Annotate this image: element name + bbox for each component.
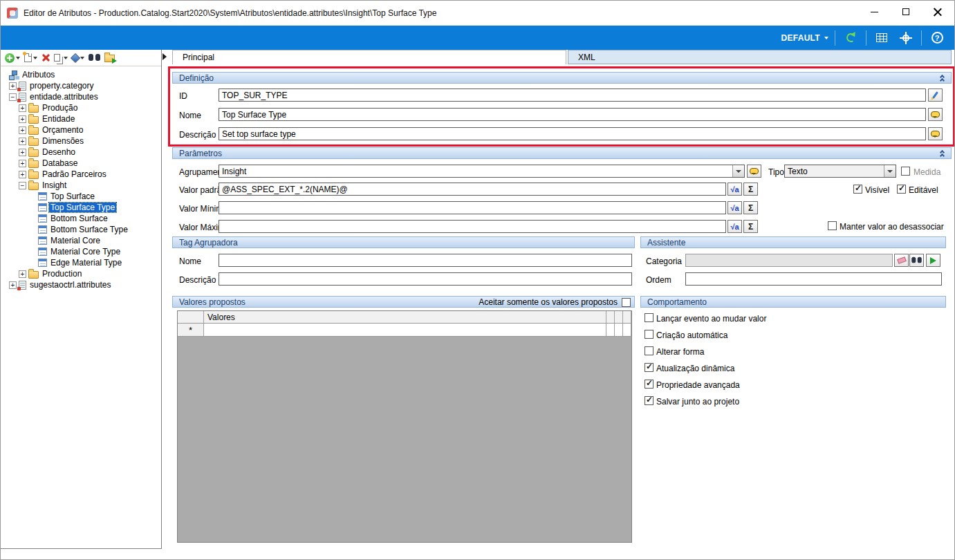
grid-column-extra[interactable] — [615, 311, 623, 324]
close-button[interactable] — [922, 1, 954, 22]
tree-item[interactable]: +Production — [1, 268, 161, 279]
tag-nome-input[interactable] — [219, 254, 632, 267]
tipo-combo[interactable]: Texto — [784, 165, 896, 178]
grid-cell[interactable] — [615, 324, 623, 337]
tree-expander[interactable]: + — [19, 115, 26, 123]
manter-valor-checkbox[interactable] — [828, 221, 837, 230]
collapse-section-icon[interactable] — [938, 73, 948, 83]
valor-padrao-sum-button[interactable]: Σ — [743, 183, 758, 196]
valor-minimo-formula-button[interactable]: √a — [727, 201, 742, 214]
tree-expander[interactable]: − — [19, 182, 26, 189]
settings-button[interactable] — [897, 29, 915, 47]
tree-expander[interactable]: + — [19, 160, 26, 167]
nome-translate-button[interactable] — [928, 108, 943, 121]
tree-item[interactable]: Top Surface — [1, 191, 161, 202]
tree-item[interactable]: Bottom Surface Type — [1, 224, 161, 235]
copy-button[interactable] — [54, 54, 68, 62]
grid-cell[interactable] — [623, 324, 631, 337]
medida-checkbox[interactable] — [901, 167, 910, 176]
refresh-button[interactable] — [842, 29, 860, 47]
alterar-forma-checkbox[interactable] — [645, 346, 653, 355]
profile-selector[interactable]: DEFAULT — [781, 33, 828, 43]
tree-item[interactable]: Material Core Type — [1, 246, 161, 257]
tree-expander[interactable]: + — [19, 270, 26, 278]
agrupamento-translate-button[interactable] — [747, 165, 761, 178]
tree-item[interactable]: Bottom Surface — [1, 213, 161, 224]
id-input[interactable] — [219, 88, 926, 102]
tree-item-label: Desenho — [41, 147, 77, 157]
propriedade-avancada-checkbox[interactable]: ✓ — [645, 380, 653, 389]
aceitar-checkbox[interactable] — [622, 298, 631, 307]
visivel-checkbox[interactable]: ✓ — [853, 185, 862, 194]
splitter-collapse-icon[interactable] — [163, 53, 167, 60]
valor-maximo-formula-button[interactable]: √a — [727, 220, 742, 233]
combo-arrow-button[interactable] — [732, 165, 744, 177]
categoria-clear-button[interactable] — [894, 254, 909, 267]
find-button[interactable] — [89, 54, 100, 62]
collapse-section-icon[interactable] — [938, 149, 948, 158]
tab-xml[interactable]: XML — [568, 50, 952, 64]
delete-button[interactable] — [41, 53, 50, 62]
grid-cell[interactable] — [204, 324, 606, 337]
help-button[interactable]: ? — [928, 29, 946, 47]
valor-maximo-input[interactable] — [219, 220, 726, 233]
new-item-button[interactable] — [24, 53, 37, 62]
tree-item[interactable]: −Insight — [1, 180, 161, 191]
tree-item[interactable]: +Dimensões — [1, 136, 161, 147]
valor-padrao-formula-button[interactable]: √a — [727, 183, 742, 196]
valor-maximo-sum-button[interactable]: Σ — [743, 220, 758, 233]
tree-item[interactable]: +Database — [1, 158, 161, 169]
agrupamento-combo[interactable]: Insight — [219, 165, 745, 178]
grid-new-row[interactable]: * — [178, 324, 631, 337]
tree-item[interactable]: +Produção — [1, 102, 161, 113]
tree-expander[interactable]: + — [19, 149, 26, 156]
grid-column-valores[interactable]: Valores — [204, 311, 606, 324]
salvar-projeto-checkbox[interactable]: ✓ — [645, 396, 653, 405]
tree-expander[interactable]: − — [9, 93, 17, 101]
combo-arrow-button[interactable] — [884, 165, 896, 177]
tree-item[interactable]: +Entidade — [1, 113, 161, 124]
valor-minimo-input[interactable] — [219, 201, 726, 214]
editavel-checkbox[interactable]: ✓ — [897, 185, 906, 194]
tree-item[interactable]: +sugestaoctrl.attributes — [1, 279, 161, 290]
descricao-input[interactable] — [219, 127, 926, 140]
move-button[interactable] — [72, 55, 84, 62]
tree-item[interactable]: −entidade.attributes — [1, 91, 161, 102]
valor-minimo-sum-button[interactable]: Σ — [743, 201, 758, 214]
grid-cell[interactable] — [606, 324, 615, 337]
tree-item[interactable]: +Desenho — [1, 147, 161, 158]
minimize-button[interactable] — [858, 1, 890, 22]
grid-corner-cell[interactable] — [178, 311, 204, 324]
tree-expander[interactable]: + — [19, 171, 26, 178]
categoria-go-button[interactable] — [926, 254, 940, 267]
grid-column-extra[interactable] — [623, 311, 631, 324]
nome-input[interactable] — [219, 108, 926, 121]
grid-column-extra[interactable] — [606, 311, 615, 324]
tree-item-selected[interactable]: Top Surface Type — [1, 202, 161, 213]
tree-expander[interactable]: + — [9, 281, 17, 289]
export-button[interactable] — [104, 53, 115, 62]
add-attribute-button[interactable] — [5, 53, 20, 63]
layout-button[interactable] — [873, 29, 891, 47]
tree-item[interactable]: Material Core — [1, 235, 161, 246]
descricao-translate-button[interactable] — [928, 127, 943, 140]
tree-item[interactable]: +Orçamento — [1, 124, 161, 136]
tree-expander[interactable]: + — [19, 104, 26, 112]
maximize-button[interactable] — [890, 1, 922, 22]
tag-descricao-input[interactable] — [219, 272, 632, 286]
tree-expander[interactable]: + — [19, 138, 26, 145]
tree-expander[interactable]: + — [9, 82, 17, 90]
tree-item[interactable]: Edge Material Type — [1, 257, 161, 268]
valor-padrao-input[interactable] — [219, 183, 726, 196]
criacao-automatica-checkbox[interactable] — [645, 330, 653, 339]
tab-principal[interactable]: Principal — [172, 50, 566, 64]
categoria-find-button[interactable] — [909, 254, 924, 267]
tree-expander[interactable]: + — [19, 127, 26, 134]
tree-item[interactable]: +property.category — [1, 80, 161, 91]
atualizacao-dinamica-checkbox[interactable]: ✓ — [645, 363, 653, 372]
edit-id-button[interactable] — [928, 88, 943, 102]
tree-item[interactable]: Atributos — [1, 69, 161, 80]
ordem-input[interactable] — [685, 272, 942, 286]
lancar-evento-checkbox[interactable] — [645, 313, 653, 322]
tree-item[interactable]: +Padrão Parceiros — [1, 169, 161, 180]
